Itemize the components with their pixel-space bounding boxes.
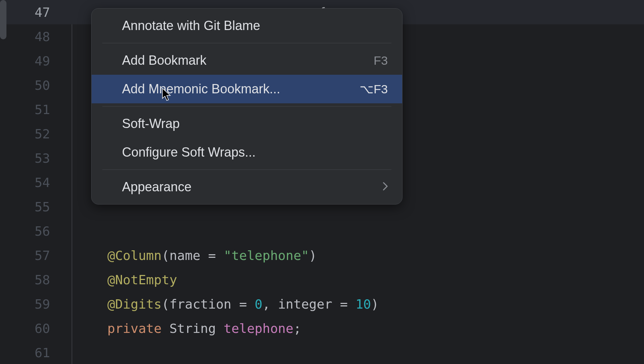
menu-shortcut: F3 [374,54,388,68]
menu-item-label: Add Bookmark [122,53,374,68]
code-token-operator: = [332,297,356,311]
line-number[interactable]: 59 [0,292,72,316]
line-number[interactable]: 47 [0,0,72,24]
code-token-annotation: @Column [107,248,162,263]
menu-item-label: Soft-Wrap [122,116,388,131]
line-number[interactable]: 53 [0,146,72,170]
code-token-identifier: telephone [224,321,293,336]
line-number[interactable]: 48 [0,24,72,49]
line-number[interactable]: 50 [0,73,72,97]
code-token-keyword: private [107,321,162,336]
code-token-paren: ) [309,248,317,263]
menu-item-appearance[interactable]: Appearance [92,173,402,201]
code-token-string: "telephone" [224,248,309,263]
code-line[interactable]: @NotEmpty [72,267,644,292]
code-line[interactable]: private String telephone; [72,316,644,340]
menu-separator [102,169,391,170]
menu-item-annotate-git-blame[interactable]: Annotate with Git Blame [92,11,402,40]
code-line[interactable] [72,219,644,243]
menu-separator [102,106,391,107]
menu-separator [102,43,391,43]
code-token-paren: ( [162,297,170,311]
chevron-right-icon [383,181,388,193]
code-token-param: fraction [169,297,231,311]
code-token-operator: = [200,248,224,263]
code-line[interactable]: @Digits(fraction = 0, integer = 10) [72,292,644,316]
code-token-number: 0 [255,297,263,311]
menu-item-soft-wrap[interactable]: Soft-Wrap [92,109,402,138]
line-number[interactable]: 61 [0,340,72,364]
code-token-number: 10 [356,297,371,311]
code-token-param: integer [278,297,332,311]
line-number[interactable]: 56 [0,219,72,243]
code-token-paren: ( [162,248,170,263]
line-number[interactable]: 55 [0,195,72,219]
menu-item-configure-soft-wraps[interactable]: Configure Soft Wraps... [92,138,402,167]
code-token-param: name [169,248,200,263]
menu-item-label: Annotate with Git Blame [122,18,388,33]
menu-shortcut: ⌥F3 [360,82,388,96]
code-line[interactable]: @Column(name = "telephone") [72,243,644,267]
line-number[interactable]: 58 [0,267,72,292]
code-token-semicolon: ; [293,321,301,336]
code-token-annotation: @Digits [107,297,162,311]
line-number[interactable]: 52 [0,122,72,146]
menu-item-add-mnemonic-bookmark[interactable]: Add Mnemonic Bookmark... ⌥F3 [92,75,402,103]
menu-item-label: Configure Soft Wraps... [122,145,388,160]
line-number[interactable]: 57 [0,243,72,267]
menu-item-add-bookmark[interactable]: Add Bookmark F3 [92,46,402,75]
line-number[interactable]: 54 [0,170,72,195]
code-token-annotation: @NotEmpty [107,272,177,287]
menu-item-label: Appearance [122,179,383,195]
editor-context-menu: Annotate with Git Blame Add Bookmark F3 … [91,8,402,205]
indent-guide [72,24,72,364]
menu-item-label: Add Mnemonic Bookmark... [122,82,360,97]
line-number[interactable]: 49 [0,49,72,73]
line-number[interactable]: 60 [0,316,72,340]
code-line[interactable] [72,340,644,364]
code-token-comma: , [263,297,278,311]
code-token-paren: ) [371,297,379,311]
scrollbar-thumb[interactable] [0,0,6,39]
code-token-type: String [162,321,224,336]
code-token-operator: = [231,297,255,311]
line-number[interactable]: 51 [0,97,72,122]
line-number-gutter[interactable]: 47 48 49 50 51 52 53 54 55 56 57 58 59 6… [0,0,72,364]
